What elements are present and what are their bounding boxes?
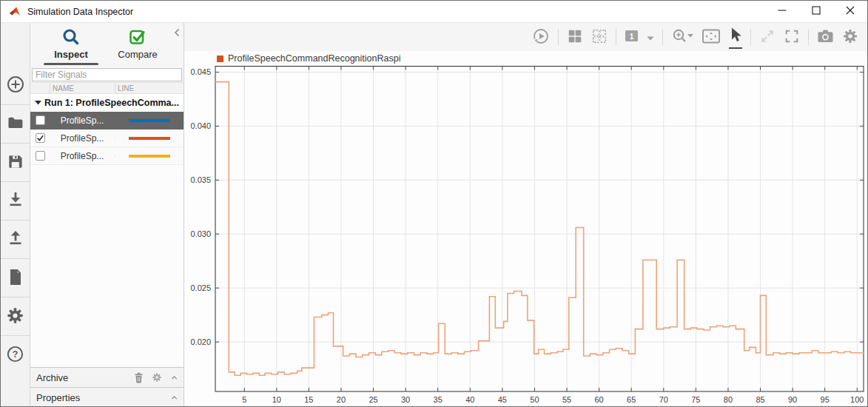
legend-label: ProfileSpeechCommandRecognitionRaspi (228, 53, 400, 64)
svg-text:35: 35 (434, 395, 443, 404)
signal-line-swatch (129, 155, 170, 158)
trash-icon (133, 371, 144, 383)
pointer-icon (729, 27, 742, 45)
edit-grid-button[interactable] (591, 27, 608, 48)
chart-legend: ProfileSpeechCommandRecognitionRaspi (184, 51, 867, 66)
toolbar-separator (616, 29, 616, 45)
open-button[interactable] (1, 104, 30, 143)
settings-button[interactable] (842, 27, 858, 48)
chevron-up-icon (169, 373, 179, 383)
import-icon (7, 190, 24, 212)
view-layout-button[interactable]: 1 (625, 28, 639, 46)
svg-text:0.035: 0.035 (190, 175, 211, 184)
signal-row[interactable]: ProfileSp... (30, 112, 184, 130)
plot-canvas[interactable]: 5101520253035404550556065707580859095100… (184, 66, 868, 407)
svg-text:50: 50 (530, 395, 539, 404)
new-run-button[interactable] (1, 66, 30, 104)
app-window: Simulation Data Inspector ? Inspect (0, 0, 868, 407)
svg-text:0.030: 0.030 (190, 229, 211, 238)
preferences-button[interactable] (1, 297, 30, 335)
fullscreen-icon (784, 28, 800, 47)
signal-name: ProfileSp... (50, 133, 115, 144)
check-icon (36, 134, 44, 142)
tab-compare[interactable]: Compare (106, 27, 169, 60)
caret-down-icon (647, 32, 654, 43)
run-group-row[interactable]: Run 1: ProfileSpeechComma... (30, 94, 184, 112)
signal-table-header: NAME LINE (30, 82, 184, 94)
fit-icon (702, 28, 721, 47)
svg-text:25: 25 (369, 395, 377, 404)
pointer-tool-button[interactable] (729, 25, 742, 49)
signal-line-swatch (129, 119, 170, 122)
snapshot-button[interactable] (817, 27, 834, 47)
fullscreen-button[interactable] (784, 27, 800, 48)
floppy-icon (7, 153, 24, 172)
toolbar-separator (662, 29, 663, 45)
window-controls (765, 1, 867, 22)
window-title: Simulation Data Inspector (27, 7, 133, 17)
subplot-layout-button[interactable] (567, 27, 583, 48)
tab-inspect[interactable]: Inspect (39, 27, 103, 65)
archive-settings-button[interactable] (152, 372, 162, 383)
replay-button[interactable] (532, 26, 550, 49)
svg-text:?: ? (13, 349, 18, 359)
signal-list-empty-area (30, 165, 184, 367)
export-button[interactable] (1, 220, 30, 258)
archive-drawer-header[interactable]: Archive (30, 367, 184, 387)
tab-compare-label: Compare (106, 47, 169, 60)
archive-delete-button[interactable] (133, 371, 144, 383)
properties-drawer-header[interactable]: Properties (30, 387, 184, 407)
svg-text:70: 70 (659, 395, 668, 404)
zoom-menu-button[interactable] (671, 26, 693, 49)
grid-icon (567, 28, 583, 47)
report-button[interactable] (1, 258, 30, 297)
minimize-icon (778, 6, 787, 17)
expand-button (759, 27, 776, 48)
gear-icon (6, 306, 24, 327)
fit-to-view-button[interactable] (702, 27, 721, 48)
export-icon (7, 229, 24, 250)
signal-line-swatch (129, 137, 170, 140)
signal-name: ProfileSp... (50, 151, 115, 161)
folder-icon (7, 114, 24, 134)
signal-checkbox[interactable] (36, 115, 45, 125)
svg-text:85: 85 (756, 395, 764, 404)
archive-label: Archive (36, 372, 68, 383)
close-button[interactable] (833, 1, 867, 22)
signal-checkbox[interactable] (36, 151, 45, 161)
run-group-label: Run 1: ProfileSpeechComma... (44, 98, 179, 108)
signal-row[interactable]: ProfileSp... (30, 147, 184, 165)
signal-table-rows: ProfileSp...ProfileSp...ProfileSp... (30, 112, 184, 165)
maximize-button[interactable] (799, 1, 833, 22)
document-icon (7, 268, 24, 289)
view-layout-dropdown[interactable] (647, 30, 654, 44)
signals-panel: Inspect Compare (30, 23, 184, 407)
circle-plus-icon (6, 75, 25, 96)
svg-text:100: 100 (850, 395, 864, 404)
import-button[interactable] (1, 181, 30, 220)
signal-name: ProfileSp... (50, 115, 115, 126)
plot-area[interactable]: 5101520253035404550556065707580859095100… (184, 66, 867, 407)
signal-row[interactable]: ProfileSp... (30, 130, 184, 147)
title-bar: Simulation Data Inspector (1, 1, 867, 23)
tab-inspect-label: Inspect (39, 47, 103, 60)
signal-checkbox-checked[interactable] (36, 133, 45, 143)
minimize-button[interactable] (765, 1, 799, 22)
gear-gray-icon (842, 28, 858, 47)
toolbar-separator (808, 29, 809, 45)
replay-icon (532, 27, 550, 47)
filter-signals-input[interactable] (32, 68, 182, 81)
collapse-panel-button[interactable] (172, 27, 181, 40)
expand-icon (759, 28, 776, 47)
plot-pane: 1 ProfileSpeechCommandRecognitionRaspi 5… (184, 23, 867, 407)
compare-check-icon (106, 27, 169, 47)
svg-text:10: 10 (272, 395, 281, 404)
maximize-icon (812, 6, 821, 17)
svg-text:75: 75 (691, 395, 700, 404)
svg-text:95: 95 (821, 395, 830, 404)
save-button[interactable] (1, 143, 30, 181)
camera-icon (817, 29, 834, 46)
toolbar-separator (750, 29, 751, 45)
svg-text:40: 40 (465, 395, 474, 404)
help-button[interactable]: ? (1, 335, 30, 374)
